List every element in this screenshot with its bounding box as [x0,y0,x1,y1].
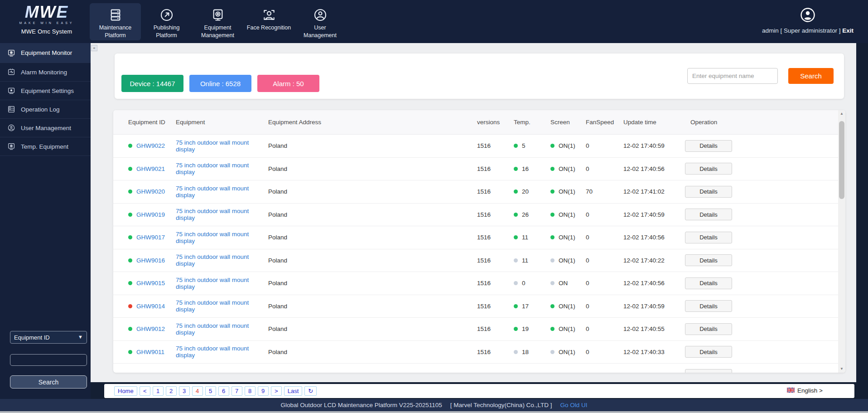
equipment-link[interactable]: 75 inch outdoor wall mount display [176,208,249,221]
scroll-down-icon[interactable]: ▼ [838,365,845,373]
equipment-id-link[interactable]: GHW9017 [136,234,165,241]
details-button[interactable]: Details [685,346,732,358]
equipment-id-link[interactable]: GHW9012 [136,326,165,332]
search-button[interactable]: Search [788,68,834,84]
equipment-link[interactable]: 75 inch outdoor wall mount display [176,299,249,313]
status-dot-green [128,327,132,331]
page-button-home[interactable]: Home [114,386,137,396]
equipment-id-link[interactable]: GHW9011 [136,349,164,355]
stat-button-device[interactable]: Device : 14467 [121,75,183,92]
screen-value: ON(1) [559,326,575,332]
page-button-7[interactable]: 7 [231,386,242,396]
sidebar-collapse-toggle[interactable]: « [91,45,97,51]
equipment-name-input[interactable] [687,68,778,84]
sidebar-item-label: Equipment Settings [21,87,74,94]
update-time-cell: 12-02 17:41:02 [623,188,690,195]
equipment-link[interactable]: 75 inch outdoor wall mount display [176,185,249,199]
temp-status-dot [514,258,518,262]
equipment-id-link[interactable]: GHW9019 [136,211,165,218]
details-button[interactable]: Details [685,300,732,312]
page-button-2[interactable]: 2 [166,386,177,396]
stat-button-online[interactable]: Online : 6528 [189,75,251,92]
sidebar-item-user-management[interactable]: User Management [0,119,91,137]
sidebar-item-alarm-monitoring[interactable]: Alarm Monitoring [0,63,91,82]
language-label[interactable]: English > [797,387,823,394]
table-scrollbar[interactable]: ▲ ▼ [838,110,845,373]
equipment-link[interactable]: 75 inch outdoor wall mount display [176,345,249,359]
page-button-3[interactable]: 3 [179,386,190,396]
details-button[interactable]: Details [685,209,732,220]
equipment-address-cell: Poland [268,303,477,310]
equipment-id-link[interactable]: GHW9022 [136,142,165,149]
equipment-link[interactable]: 75 inch outdoor wall mount display [176,253,249,267]
details-button[interactable]: Details [685,254,732,266]
language-selector[interactable]: English > [787,387,823,394]
monitor-icon [7,49,15,57]
operation-cell: Details [690,277,845,289]
equipment-id-link[interactable]: GHW9021 [136,165,165,172]
equipment-id-select[interactable]: Equipment ID [10,331,87,344]
exit-button[interactable]: Exit [842,27,854,34]
details-button[interactable]: Details [685,163,732,175]
sidebar-search-button[interactable]: Search [10,375,87,389]
equipment-link[interactable]: 75 inch outdoor wall mount display [176,231,249,244]
equipment-link[interactable]: 75 inch outdoor wall mount display [176,162,249,175]
page-button-9[interactable]: 9 [258,386,269,396]
sidebar-filter-input[interactable] [10,354,87,366]
version-cell: 1516 [477,165,514,172]
operation-cell: Details [690,163,845,175]
go-old-ui-link[interactable]: Go Old UI [560,402,587,408]
refresh-icon[interactable]: ↻ [304,386,317,396]
equipment-link[interactable]: 75 inch outdoor wall mount display [176,322,249,336]
page-button-6[interactable]: 6 [218,386,229,396]
nav-tab-equipment-management[interactable]: Equipment Management [192,3,243,40]
screen-value: ON(1) [559,142,575,149]
stat-button-alarm[interactable]: Alarm : 50 [257,75,319,92]
details-button[interactable]: Details [685,369,732,373]
user-circle-icon [313,7,328,23]
equipment-id-cell: GHW9017 [128,234,176,241]
equipment-id-cell: GHW9011 [128,349,176,355]
screen-status-dot [550,258,555,262]
nav-tab-face-recognition[interactable]: Face Recognition [243,3,294,40]
status-dot-green [128,189,132,194]
equipment-id-link[interactable]: GHW9015 [136,280,165,287]
details-button[interactable]: Details [685,186,732,198]
equipment-link[interactable]: 75 inch outdoor wall mount display [176,277,249,290]
nav-tab-maintenance-platform[interactable]: Maintenance Platform [90,3,141,40]
page-button-4[interactable]: 4 [192,386,203,396]
screen-status-dot [550,213,555,217]
sidebar-item-equipment-settings[interactable]: Equipment Settings [0,82,91,100]
nav-tab-publishing-platform[interactable]: Publishing Platform [141,3,192,40]
details-button[interactable]: Details [685,323,732,335]
operation-cell: Details [690,254,845,266]
screen-status-dot [550,327,555,331]
page-button-5[interactable]: 5 [205,386,216,396]
equipment-id-link[interactable]: GHW9014 [136,303,165,310]
nav-tab-user-management[interactable]: User Management [294,3,346,40]
alarm-icon [7,68,15,76]
sidebar-item-temp-equipment[interactable]: Temp. Equipment [0,137,91,156]
equipment-address-cell: Poland [268,234,477,241]
scrollbar-thumb[interactable] [839,121,844,199]
page-button-last[interactable]: Last [284,386,303,396]
monitor-gear-icon [211,7,225,23]
operation-cell: Details [690,209,845,220]
avatar-icon[interactable] [800,7,815,24]
equipment-link[interactable]: 75 inch outdoor wall mount display [176,139,249,153]
details-button[interactable]: Details [685,232,732,243]
equipment-id-link[interactable]: GHW9016 [136,257,165,264]
page-button-[interactable]: < [140,386,150,396]
sidebar-item-operation-log[interactable]: Operation Log [0,100,91,119]
equipment-table-card: Equipment IDEquipmentEquipment Addressve… [113,110,845,373]
page-button-1[interactable]: 1 [153,386,164,396]
update-time-cell: 12-02 17:40:59 [623,303,690,310]
page-button-8[interactable]: 8 [245,386,256,396]
temp-cell: 5 [514,142,550,149]
sidebar-item-equipment-monitor[interactable]: Equipment Monitor [0,43,91,63]
equipment-id-link[interactable]: GHW9020 [136,188,165,195]
details-button[interactable]: Details [685,140,732,152]
scroll-up-icon[interactable]: ▲ [838,110,845,117]
page-button-[interactable]: > [271,386,282,396]
details-button[interactable]: Details [685,277,732,289]
